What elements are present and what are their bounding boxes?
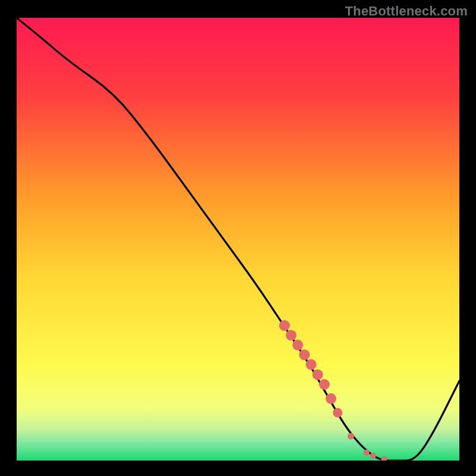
marker-point [312, 369, 323, 380]
chart-svg [0, 0, 476, 476]
watermark-text: TheBottleneck.com [345, 4, 468, 19]
chart-frame: { "watermark": "TheBottleneck.com", "col… [0, 0, 476, 476]
marker-point [299, 349, 310, 360]
marker-point [306, 359, 317, 370]
plot-background [17, 18, 459, 461]
marker-point [381, 456, 387, 462]
marker-point [370, 453, 376, 459]
marker-point [325, 393, 336, 404]
marker-point [364, 450, 369, 456]
marker-point [347, 433, 354, 440]
marker-point [279, 320, 290, 331]
marker-point [319, 379, 330, 390]
marker-point [286, 330, 296, 340]
marker-point [292, 340, 303, 350]
marker-point [333, 408, 342, 418]
